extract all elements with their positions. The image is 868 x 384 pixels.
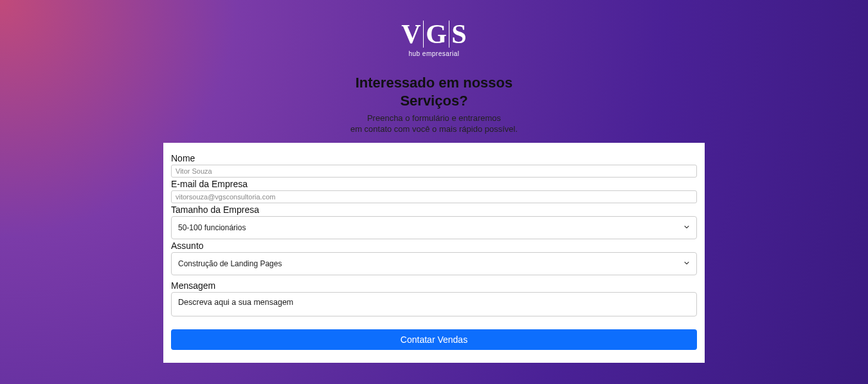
form-group-size: Tamanho da Empresa 50-100 funcionários <box>171 205 697 239</box>
form-group-email: E-mail da Empresa <box>171 179 697 203</box>
page-heading: Interessado em nossos Serviços? <box>356 74 513 109</box>
message-label: Mensagem <box>171 280 697 291</box>
subject-selected-value: Construção de Landing Pages <box>178 259 282 268</box>
logo-letter-g: G <box>426 21 447 48</box>
form-group-message: Mensagem <box>171 280 697 319</box>
name-label: Nome <box>171 153 697 163</box>
subject-select[interactable]: Construção de Landing Pages <box>171 252 697 275</box>
email-label: E-mail da Empresa <box>171 179 697 189</box>
logo: V G S hub empresarial <box>401 21 466 57</box>
logo-subtitle: hub empresarial <box>408 50 459 57</box>
size-selected-value: 50-100 funcionários <box>178 223 246 232</box>
logo-separator <box>423 21 424 48</box>
logo-letter-v: V <box>401 21 420 48</box>
contact-form-card: Nome E-mail da Empresa Tamanho da Empres… <box>163 143 705 363</box>
sub-line-1: Preencha o formulário e entraremos <box>367 113 501 123</box>
logo-separator <box>449 21 450 48</box>
heading-line-1: Interessado em nossos <box>356 75 513 91</box>
name-input[interactable] <box>171 165 697 178</box>
size-select[interactable]: 50-100 funcionários <box>171 216 697 239</box>
subject-label: Assunto <box>171 241 697 251</box>
submit-button[interactable]: Contatar Vendas <box>171 329 697 350</box>
page-container: V G S hub empresarial Interessado em nos… <box>0 0 868 384</box>
size-label: Tamanho da Empresa <box>171 205 697 215</box>
form-group-subject: Assunto Construção de Landing Pages <box>171 241 697 275</box>
logo-letter-s: S <box>451 21 466 48</box>
heading-line-2: Serviços? <box>400 93 467 109</box>
form-group-name: Nome <box>171 153 697 178</box>
logo-letters: V G S <box>401 21 466 48</box>
page-subheading: Preencha o formulário e entraremos em co… <box>350 113 518 135</box>
sub-line-2: em contato com você o mais rápido possív… <box>350 124 518 134</box>
email-input[interactable] <box>171 190 697 203</box>
message-textarea[interactable] <box>171 292 697 316</box>
